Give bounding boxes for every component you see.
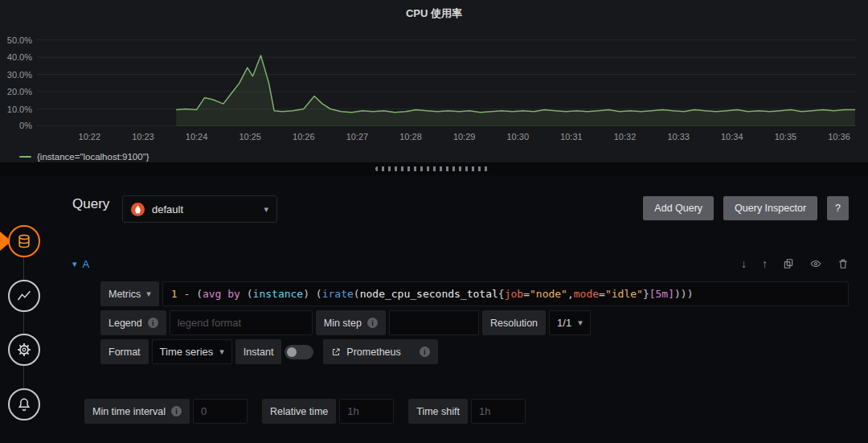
min-step-label-text: Min step [324, 318, 362, 329]
chevron-down-icon: ▾ [264, 204, 268, 215]
time-shift-input[interactable] [471, 399, 526, 424]
min-time-interval-label-text: Min time interval [92, 406, 166, 417]
min-time-interval-input[interactable] [193, 399, 248, 424]
query-token: ( [247, 288, 253, 300]
y-axis-tick: 0% [0, 121, 32, 130]
bell-icon [16, 396, 32, 412]
legend-label: Legend i [100, 310, 166, 335]
add-query-button[interactable]: Add Query [643, 196, 714, 220]
x-axis-tick: 10:35 [765, 132, 805, 142]
x-axis-tick: 10:26 [284, 132, 324, 142]
min-step-input[interactable] [389, 310, 479, 335]
query-form-rows: Metrics ▾ 1 - (avg by (instance) (irate(… [100, 281, 849, 364]
query-row-header: ▾ A ↓ ↑ [72, 254, 849, 273]
legend-series-label[interactable]: {instance="localhost:9100"} [37, 152, 149, 162]
info-icon[interactable]: i [367, 318, 378, 328]
y-axis-tick: 30.0% [0, 70, 32, 80]
query-inspector-button[interactable]: Query Inspector [723, 196, 817, 220]
instant-toggle[interactable] [285, 345, 313, 359]
x-axis-tick: 10:25 [230, 132, 270, 142]
query-token: = [599, 288, 605, 300]
chart-svg [37, 31, 857, 126]
query-token: ( [316, 288, 322, 300]
datasource-picker[interactable]: default ▾ [122, 195, 277, 223]
query-token: ( [354, 288, 360, 300]
query-expression[interactable]: 1 - (avg by (instance) (irate(node_cpu_s… [162, 281, 849, 306]
legend-format-input[interactable] [170, 310, 313, 335]
instant-label: Instant [235, 339, 282, 364]
chevron-down-icon: ▾ [578, 318, 583, 328]
tab-queries[interactable] [8, 225, 40, 257]
tab-visualization[interactable] [8, 280, 40, 312]
x-axis-tick: 10:27 [337, 132, 377, 142]
metrics-dropdown-label: Metrics [108, 289, 141, 300]
info-icon[interactable]: i [420, 347, 430, 357]
x-axis-tick: 10:28 [391, 132, 431, 142]
x-axis-tick: 10:22 [69, 132, 109, 142]
query-token: "node" [530, 288, 567, 300]
tab-general[interactable] [8, 334, 40, 366]
query-editor-section: Query default ▾ Add Query Query Inspecto… [0, 175, 868, 443]
x-axis-tick: 10:30 [497, 132, 538, 142]
resolution-label-text: Resolution [490, 318, 538, 329]
header-buttons: Add Query Query Inspector ? [643, 196, 849, 220]
format-value: Time series [160, 346, 214, 358]
query-token: job [505, 288, 523, 300]
y-axis-tick: 20.0% [0, 87, 32, 96]
chart-plot[interactable] [37, 31, 857, 126]
gear-icon [16, 342, 32, 358]
duplicate-icon[interactable] [783, 258, 794, 269]
format-select[interactable]: Time series ▾ [152, 339, 232, 364]
relative-time-label: Relative time [262, 399, 336, 424]
relative-time-input[interactable] [339, 399, 394, 424]
disable-query-eye-icon[interactable] [809, 258, 822, 269]
prometheus-link[interactable]: Prometheus i [323, 339, 437, 364]
query-row-actions: ↓ ↑ [741, 258, 849, 269]
x-axis-tick: 10:23 [123, 132, 163, 142]
info-icon[interactable]: i [171, 406, 182, 416]
y-axis-tick: 40.0% [0, 52, 32, 62]
time-shift-label-text: Time shift [416, 406, 460, 417]
help-button[interactable]: ? [827, 196, 849, 220]
legend-series-swatch [19, 156, 31, 158]
min-step-label: Min step i [316, 310, 386, 335]
resolution-value: 1/1 [557, 317, 571, 329]
query-token: mode [574, 288, 599, 300]
toggle-knob [287, 347, 297, 357]
format-row: Format Time series ▾ Instant Prome [100, 339, 849, 364]
query-token: ))) [674, 288, 693, 300]
metrics-dropdown[interactable]: Metrics ▾ [100, 281, 159, 306]
panel-title[interactable]: CPU 使用率 [0, 6, 868, 21]
time-shift-label: Time shift [408, 399, 468, 424]
x-axis-tick: 10:36 [819, 132, 859, 142]
query-ref-id: A [83, 258, 90, 270]
prometheus-link-label: Prometheus [346, 347, 400, 358]
tab-alert[interactable] [8, 388, 40, 420]
query-token: [5m] [649, 288, 674, 300]
query-section-title: Query [72, 196, 109, 212]
query-token: 1 [171, 288, 184, 300]
move-down-icon[interactable]: ↓ [741, 258, 747, 269]
panel-resize-handle[interactable] [375, 166, 490, 171]
instant-label-text: Instant [244, 347, 274, 358]
query-token: ( [196, 288, 203, 300]
sidebar-connector-line [23, 241, 24, 404]
time-options-row: Min time interval i Relative time Time s… [84, 399, 526, 424]
query-token: irate [322, 288, 354, 300]
external-link-icon [331, 347, 341, 357]
query-token: { [498, 288, 505, 300]
query-token: = [523, 288, 530, 300]
info-icon[interactable]: i [148, 318, 158, 328]
legend-item[interactable]: {instance="localhost:9100"} [19, 152, 149, 162]
relative-time-label-text: Relative time [270, 406, 328, 417]
move-up-icon[interactable]: ↑ [762, 258, 768, 269]
resolution-select[interactable]: 1/1 ▾ [549, 310, 591, 335]
format-label: Format [100, 339, 149, 364]
y-axis-tick: 50.0% [0, 35, 32, 45]
grafana-panel-edit: CPU 使用率 50.0%40.0%30.0%20.0%10.0%0% 10:2… [0, 0, 868, 443]
legend-label-text: Legend [108, 318, 142, 329]
query-row-collapse[interactable]: ▾ A [72, 258, 89, 270]
prometheus-icon [131, 203, 145, 216]
query-token: instance [253, 288, 304, 300]
trash-icon[interactable] [837, 258, 849, 269]
